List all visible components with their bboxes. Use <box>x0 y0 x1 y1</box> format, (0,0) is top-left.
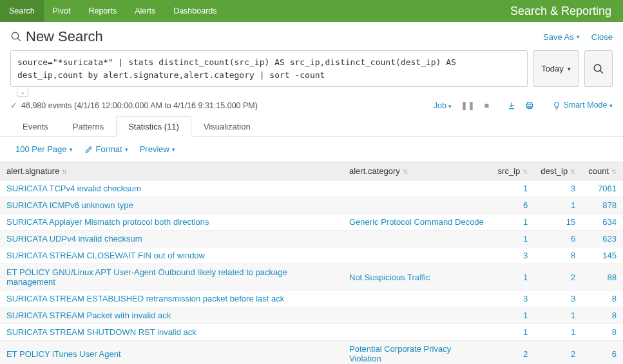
cell[interactable]: 1 <box>492 307 535 324</box>
cell[interactable]: Not Suspicious Traffic <box>343 264 492 291</box>
cell[interactable]: 2 <box>534 264 582 291</box>
cell[interactable]: 15 <box>534 214 582 231</box>
close-button[interactable]: Close <box>591 32 613 42</box>
print-icon[interactable] <box>525 101 534 110</box>
table-row: ET POLICY iTunes User AgentPotential Cor… <box>0 341 623 365</box>
cell[interactable]: 878 <box>582 197 623 214</box>
cell[interactable]: ET POLICY GNU/Linux APT User-Agent Outbo… <box>0 264 343 291</box>
tab-statistics-[interactable]: Statistics (11) <box>116 116 191 137</box>
save-as-menu[interactable]: Save As▾ <box>543 32 580 42</box>
page-title: New Search <box>26 28 103 45</box>
cell[interactable]: SURICATA Applayer Mismatch protocol both… <box>0 214 343 231</box>
nav-item-alerts[interactable]: Alerts <box>126 0 164 22</box>
cell[interactable]: SURICATA STREAM SHUTDOWN RST invalid ack <box>0 324 343 341</box>
search-query-input[interactable]: source="*suricata*" | stats distinct_cou… <box>10 50 528 87</box>
col-header-dest_ip[interactable]: dest_ip⇅ <box>534 162 582 180</box>
cell[interactable]: SURICATA ICMPv6 unknown type <box>0 197 343 214</box>
cell[interactable]: Potential Corporate Privacy Violation <box>343 341 492 365</box>
cell[interactable]: 1 <box>492 180 535 197</box>
cell[interactable]: 8 <box>582 324 623 341</box>
cell[interactable]: 1 <box>534 197 582 214</box>
app-title: Search & Reporting <box>499 0 623 22</box>
expand-query-icon[interactable]: ⌄ <box>17 88 28 97</box>
cell[interactable]: 6 <box>582 341 623 365</box>
table-row: ET POLICY GNU/Linux APT User-Agent Outbo… <box>0 264 623 291</box>
pencil-icon <box>84 145 93 154</box>
col-header-count[interactable]: count⇅ <box>582 162 623 180</box>
check-icon: ✓ <box>10 101 17 110</box>
cell[interactable]: SURICATA UDPv4 invalid checksum <box>0 231 343 247</box>
sort-icon: ⇅ <box>522 168 528 175</box>
col-header-alert-category[interactable]: alert.category⇅ <box>343 162 492 180</box>
cell <box>343 247 492 264</box>
per-page-menu[interactable]: 100 Per Page ▾ <box>15 144 73 154</box>
result-tabs: EventsPatternsStatistics (11)Visualizati… <box>0 115 623 137</box>
cell[interactable]: 145 <box>582 247 623 264</box>
smart-mode-menu[interactable]: Smart Mode ▾ <box>552 101 613 110</box>
time-range-picker[interactable]: Today▾ <box>533 50 579 87</box>
col-header-src_ip[interactable]: src_ip⇅ <box>492 162 535 180</box>
cell[interactable]: 2 <box>492 341 535 365</box>
cell[interactable]: 6 <box>534 231 582 247</box>
nav-item-pivot[interactable]: Pivot <box>44 0 80 22</box>
search-area: New Search Save As▾ Close source="*suric… <box>0 22 623 97</box>
col-header-alert-signature[interactable]: alert.signature⇅ <box>0 162 343 180</box>
cell[interactable]: 3 <box>492 247 535 264</box>
table-row: SURICATA TCPv4 invalid checksum137061 <box>0 180 623 197</box>
cell[interactable]: 1 <box>492 324 535 341</box>
cell[interactable]: SURICATA TCPv4 invalid checksum <box>0 180 343 197</box>
cell[interactable]: SURICATA STREAM CLOSEWAIT FIN out of win… <box>0 247 343 264</box>
tab-patterns[interactable]: Patterns <box>61 116 116 137</box>
cell[interactable]: 88 <box>582 264 623 291</box>
cell[interactable]: 623 <box>582 231 623 247</box>
svg-line-1 <box>17 38 21 41</box>
cell[interactable]: 1 <box>534 324 582 341</box>
job-menu[interactable]: Job ▾ <box>434 101 452 110</box>
cell[interactable]: 3 <box>534 291 582 307</box>
cell[interactable]: 1 <box>492 264 535 291</box>
chevron-down-icon: ▾ <box>577 34 580 40</box>
svg-rect-6 <box>528 106 532 109</box>
chevron-down-icon: ▾ <box>609 102 613 109</box>
nav-item-reports[interactable]: Reports <box>79 0 126 22</box>
tab-events[interactable]: Events <box>10 116 61 137</box>
nav-item-search[interactable]: Search <box>0 0 44 22</box>
cell[interactable]: 1 <box>492 214 535 231</box>
sort-icon: ⇅ <box>570 168 575 175</box>
table-row: SURICATA STREAM CLOSEWAIT FIN out of win… <box>0 247 623 264</box>
cell[interactable]: 6 <box>492 197 535 214</box>
svg-point-0 <box>12 32 19 39</box>
table-row: SURICATA STREAM Packet with invalid ack1… <box>0 307 623 324</box>
run-search-button[interactable] <box>584 50 613 87</box>
format-menu[interactable]: Format ▾ <box>84 144 128 154</box>
cell[interactable]: ET POLICY iTunes User Agent <box>0 341 343 365</box>
table-row: SURICATA Applayer Mismatch protocol both… <box>0 214 623 231</box>
cell <box>343 291 492 307</box>
cell[interactable]: 8 <box>582 307 623 324</box>
cell[interactable]: 8 <box>534 247 582 264</box>
table-row: SURICATA STREAM ESTABLISHED retransmissi… <box>0 291 623 307</box>
stop-icon: ■ <box>484 101 489 110</box>
chevron-down-icon: ▾ <box>70 146 73 153</box>
cell[interactable]: 3 <box>534 180 582 197</box>
chevron-down-icon: ▾ <box>448 103 452 110</box>
cell[interactable]: 2 <box>534 341 582 365</box>
cell <box>343 307 492 324</box>
chevron-down-icon: ▾ <box>172 146 175 153</box>
cell[interactable]: SURICATA STREAM ESTABLISHED retransmissi… <box>0 291 343 307</box>
cell[interactable]: 1 <box>492 231 535 247</box>
cell[interactable]: 634 <box>582 214 623 231</box>
cell <box>343 231 492 247</box>
cell[interactable]: 3 <box>492 291 535 307</box>
cell[interactable]: Generic Protocol Command Decode <box>343 214 492 231</box>
cell[interactable]: 8 <box>582 291 623 307</box>
results-table: alert.signature⇅alert.category⇅src_ip⇅de… <box>0 162 623 364</box>
cell[interactable]: 1 <box>534 307 582 324</box>
preview-menu[interactable]: Preview ▾ <box>140 144 175 154</box>
cell[interactable]: 7061 <box>582 180 623 197</box>
nav-item-dashboards[interactable]: Dashboards <box>164 0 225 22</box>
share-icon[interactable] <box>507 101 516 110</box>
table-row: SURICATA ICMPv6 unknown type61878 <box>0 197 623 214</box>
tab-visualization[interactable]: Visualization <box>191 116 263 137</box>
cell[interactable]: SURICATA STREAM Packet with invalid ack <box>0 307 343 324</box>
